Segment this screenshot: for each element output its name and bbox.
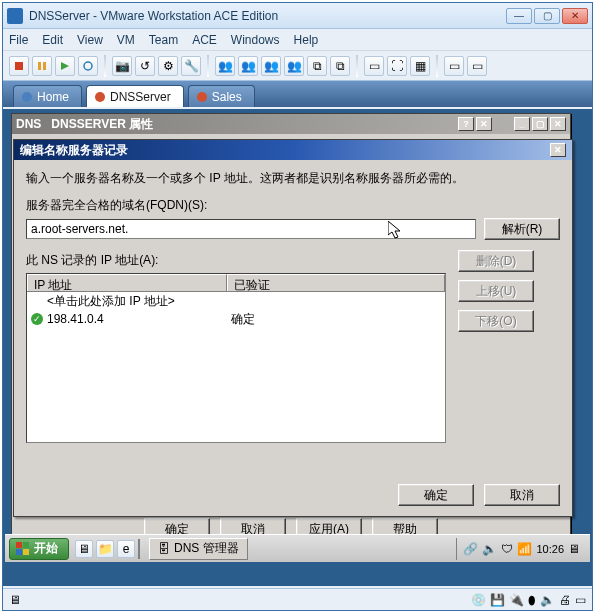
clock[interactable]: 10:26 — [536, 543, 564, 555]
team2-icon[interactable]: 👥 — [238, 56, 258, 76]
dialog-ok-button[interactable]: 确定 — [398, 484, 474, 506]
dialog-cancel-button[interactable]: 取消 — [484, 484, 560, 506]
ip-list-header: IP 地址 已验证 — [27, 274, 445, 292]
tray-icon4[interactable]: 📶 — [517, 542, 532, 556]
ql-explorer-icon[interactable]: 📁 — [96, 540, 114, 558]
col-ip[interactable]: IP 地址 — [27, 274, 227, 291]
menu-help[interactable]: Help — [294, 33, 319, 47]
svg-rect-8 — [16, 549, 22, 555]
fqdn-input[interactable] — [26, 219, 476, 239]
team3-icon[interactable]: 👥 — [261, 56, 281, 76]
guest-desktop: DNS DNSSERVER 属性 ? ✕ _ ▢ ✕ 确定 取消 应用(A) 帮… — [3, 109, 592, 586]
properties-title: DNSSERVER 属性 — [51, 116, 153, 133]
dialog-close-button[interactable]: ✕ — [550, 143, 566, 157]
tray-icon3[interactable]: 🛡 — [501, 542, 513, 556]
windows-logo-icon — [16, 542, 30, 556]
svg-rect-6 — [16, 542, 22, 548]
menu-file[interactable]: File — [9, 33, 28, 47]
view4-icon[interactable]: ▭ — [444, 56, 464, 76]
menu-edit[interactable]: Edit — [42, 33, 63, 47]
device-display-icon[interactable]: ▭ — [575, 593, 586, 607]
device-floppy-icon[interactable]: 💾 — [490, 593, 505, 607]
team6-icon[interactable]: ⧉ — [330, 56, 350, 76]
revert-icon[interactable]: ↺ — [135, 56, 155, 76]
dialog-instruction: 输入一个服务器名称及一个或多个 IP 地址。这两者都是识别名称服务器所必需的。 — [26, 170, 560, 187]
guest-taskbar: 开始 🖥 📁 e 🗄 DNS 管理器 🔗 🔈 🛡 📶 10:26 🖥 — [5, 534, 590, 562]
team-icon[interactable]: 👥 — [215, 56, 235, 76]
device-net-icon[interactable]: 🔌 — [509, 593, 524, 607]
edit-ns-record-dialog: 编辑名称服务器记录 ✕ 输入一个服务器名称及一个或多个 IP 地址。这两者都是识… — [13, 139, 573, 517]
vmware-statusbar: 🖥 💿 💾 🔌 ⬮ 🔈 🖨 ▭ — [3, 588, 592, 610]
menu-team[interactable]: Team — [149, 33, 178, 47]
inner-minimize[interactable]: _ — [514, 117, 530, 131]
view3-icon[interactable]: ▦ — [410, 56, 430, 76]
move-down-button[interactable]: 下移(O) — [458, 310, 534, 332]
team4-icon[interactable]: 👥 — [284, 56, 304, 76]
tab-sales-label: Sales — [212, 90, 242, 104]
play-icon[interactable] — [55, 56, 75, 76]
start-button[interactable]: 开始 — [9, 538, 69, 560]
team5-icon[interactable]: ⧉ — [307, 56, 327, 76]
ql-desktop-icon[interactable]: 🖥 — [75, 540, 93, 558]
quick-launch: 🖥 📁 e — [75, 540, 135, 558]
dialog-titlebar[interactable]: 编辑名称服务器记录 ✕ — [14, 140, 572, 160]
ip-value: 198.41.0.4 — [47, 312, 231, 326]
menu-view[interactable]: View — [77, 33, 103, 47]
vm-icon — [197, 92, 207, 102]
device-print-icon[interactable]: 🖨 — [559, 593, 571, 607]
menu-windows[interactable]: Windows — [231, 33, 280, 47]
tool-icon[interactable]: 🔧 — [181, 56, 201, 76]
tab-dnsserver[interactable]: DNSServer — [86, 85, 184, 107]
snapshot-icon[interactable]: 📷 — [112, 56, 132, 76]
close-button[interactable]: ✕ — [562, 8, 588, 24]
inner-close2[interactable]: ✕ — [550, 117, 566, 131]
inner-maximize[interactable]: ▢ — [532, 117, 548, 131]
maximize-button[interactable]: ▢ — [534, 8, 560, 24]
properties-titlebar[interactable]: DNS DNSSERVER 属性 ? ✕ _ ▢ ✕ — [12, 114, 570, 134]
svg-rect-1 — [38, 62, 41, 70]
col-validated[interactable]: 已验证 — [227, 274, 445, 291]
resolve-button[interactable]: 解析(R) — [484, 218, 560, 240]
ip-status: 确定 — [231, 311, 255, 328]
view5-icon[interactable]: ▭ — [467, 56, 487, 76]
tray-icon[interactable]: 🔗 — [463, 542, 478, 556]
power-off-icon[interactable] — [9, 56, 29, 76]
properties-prefix: DNS — [16, 117, 41, 131]
tray-icon5[interactable]: 🖥 — [568, 542, 580, 556]
add-ip-hint: <单击此处添加 IP 地址> — [47, 293, 175, 310]
tab-sales[interactable]: Sales — [188, 85, 255, 107]
menu-vm[interactable]: VM — [117, 33, 135, 47]
move-up-button[interactable]: 上移(U) — [458, 280, 534, 302]
device-cd-icon[interactable]: 💿 — [471, 593, 486, 607]
start-label: 开始 — [34, 540, 58, 557]
home-icon — [22, 92, 32, 102]
svg-rect-9 — [23, 549, 29, 555]
delete-button[interactable]: 删除(D) — [458, 250, 534, 272]
device-audio-icon[interactable]: 🔈 — [540, 593, 555, 607]
svg-rect-0 — [15, 62, 23, 70]
device-usb-icon[interactable]: ⬮ — [528, 593, 536, 607]
reset-icon[interactable] — [78, 56, 98, 76]
task-label: DNS 管理器 — [174, 540, 239, 557]
add-ip-hint-row[interactable]: <单击此处添加 IP 地址> — [27, 292, 445, 310]
ip-list[interactable]: IP 地址 已验证 <单击此处添加 IP 地址> ✓ 198.41.0.4 确定 — [26, 273, 446, 443]
ql-ie-icon[interactable]: e — [117, 540, 135, 558]
fullscreen-icon[interactable]: ⛶ — [387, 56, 407, 76]
svg-rect-2 — [43, 62, 46, 70]
manage-icon[interactable]: ⚙ — [158, 56, 178, 76]
view1-icon[interactable]: ▭ — [364, 56, 384, 76]
pause-icon[interactable] — [32, 56, 52, 76]
taskbar-task[interactable]: 🗄 DNS 管理器 — [149, 538, 248, 560]
svg-marker-3 — [61, 62, 69, 70]
tab-home[interactable]: Home — [13, 85, 82, 107]
menu-ace[interactable]: ACE — [192, 33, 217, 47]
svg-rect-7 — [23, 542, 29, 548]
tab-dnsserver-label: DNSServer — [110, 90, 171, 104]
vm-tabs: Home DNSServer Sales — [3, 81, 592, 107]
inner-close-button[interactable]: ✕ — [476, 117, 492, 131]
tray-icon2[interactable]: 🔈 — [482, 542, 497, 556]
status-icon: 🖥 — [9, 593, 21, 607]
minimize-button[interactable]: — — [506, 8, 532, 24]
help-button[interactable]: ? — [458, 117, 474, 131]
ip-row[interactable]: ✓ 198.41.0.4 确定 — [27, 310, 445, 328]
